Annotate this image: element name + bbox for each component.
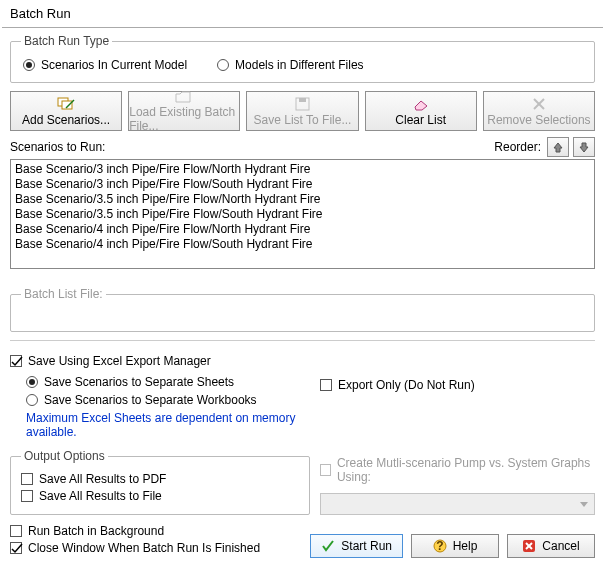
button-label: Clear List (395, 113, 446, 127)
checkbox-icon (21, 473, 33, 485)
create-graphs-check: Create Mutli-scenario Pump vs. System Gr… (320, 456, 595, 484)
graphs-select (320, 493, 595, 515)
checkbox-icon (10, 355, 22, 367)
window-title: Batch Run (0, 0, 605, 25)
reorder-up-button[interactable] (547, 137, 569, 157)
toolbar: Add Scenarios... Load Existing Batch Fil… (10, 91, 595, 131)
radio-scenarios-current-model[interactable]: Scenarios In Current Model (23, 58, 187, 72)
arrow-up-icon (552, 141, 564, 153)
button-label: Remove Selections (487, 113, 590, 127)
button-label: Add Scenarios... (22, 113, 110, 127)
svg-rect-4 (299, 98, 306, 102)
radio-dot-icon (23, 59, 35, 71)
save-icon (295, 96, 311, 112)
button-label: Help (453, 539, 478, 553)
save-file-check[interactable]: Save All Results to File (21, 489, 299, 503)
eraser-icon (412, 96, 430, 112)
add-scenarios-icon (57, 96, 75, 112)
scenarios-listbox[interactable]: Base Scenario/3 inch Pipe/Fire Flow/Nort… (10, 159, 595, 269)
load-batch-file-button: Load Existing Batch File... (128, 91, 240, 131)
check-icon (321, 539, 335, 553)
radio-models-different-files[interactable]: Models in Different Files (217, 58, 364, 72)
checkbox-icon (10, 542, 22, 554)
run-background-check[interactable]: Run Batch in Background (10, 524, 260, 538)
check-label: Save All Results to File (39, 489, 162, 503)
button-label: Start Run (341, 539, 392, 553)
add-scenarios-button[interactable]: Add Scenarios... (10, 91, 122, 131)
check-label: Save All Results to PDF (39, 472, 166, 486)
help-icon: ? (433, 539, 447, 553)
cancel-icon (522, 539, 536, 553)
save-excel-check[interactable]: Save Using Excel Export Manager (10, 354, 211, 368)
start-run-button[interactable]: Start Run (310, 534, 403, 558)
list-item[interactable]: Base Scenario/4 inch Pipe/Fire Flow/Sout… (15, 237, 590, 252)
list-item[interactable]: Base Scenario/3.5 inch Pipe/Fire Flow/So… (15, 207, 590, 222)
arrow-down-icon (578, 141, 590, 153)
scenarios-label: Scenarios to Run: (10, 140, 105, 154)
svg-text:?: ? (436, 539, 443, 553)
title-divider (2, 27, 603, 28)
radio-label: Models in Different Files (235, 58, 364, 72)
radio-label: Save Scenarios to Separate Workbooks (44, 393, 257, 407)
list-item[interactable]: Base Scenario/3 inch Pipe/Fire Flow/Sout… (15, 177, 590, 192)
batch-run-type-legend: Batch Run Type (21, 34, 112, 48)
export-only-check[interactable]: Export Only (Do Not Run) (320, 378, 475, 392)
help-button[interactable]: ? Help (411, 534, 499, 558)
button-label: Cancel (542, 539, 579, 553)
button-label: Save List To File... (254, 113, 352, 127)
check-label: Close Window When Batch Run Is Finished (28, 541, 260, 555)
excel-hint: Maximum Excel Sheets are dependent on me… (26, 411, 310, 439)
radio-label: Scenarios In Current Model (41, 58, 187, 72)
checkbox-icon (10, 525, 22, 537)
reorder-down-button[interactable] (573, 137, 595, 157)
button-label: Load Existing Batch File... (129, 105, 239, 133)
check-label: Export Only (Do Not Run) (338, 378, 475, 392)
check-label: Run Batch in Background (28, 524, 164, 538)
list-item[interactable]: Base Scenario/3.5 inch Pipe/Fire Flow/No… (15, 192, 590, 207)
folder-open-icon (175, 90, 193, 104)
reorder-label: Reorder: (494, 140, 541, 154)
batch-list-file-group: Batch List File: (10, 287, 595, 332)
output-options-group: Output Options Save All Results to PDF S… (10, 449, 310, 515)
save-pdf-check[interactable]: Save All Results to PDF (21, 472, 299, 486)
list-item[interactable]: Base Scenario/3 inch Pipe/Fire Flow/Nort… (15, 162, 590, 177)
check-label: Create Mutli-scenario Pump vs. System Gr… (337, 456, 595, 484)
radio-separate-workbooks[interactable]: Save Scenarios to Separate Workbooks (26, 393, 310, 407)
radio-dot-icon (26, 376, 38, 388)
close-window-check[interactable]: Close Window When Batch Run Is Finished (10, 541, 260, 555)
radio-separate-sheets[interactable]: Save Scenarios to Separate Sheets (26, 375, 310, 389)
list-item[interactable]: Base Scenario/4 inch Pipe/Fire Flow/Nort… (15, 222, 590, 237)
checkbox-icon (320, 379, 332, 391)
clear-list-button[interactable]: Clear List (365, 91, 477, 131)
close-icon (532, 96, 546, 112)
radio-dot-icon (217, 59, 229, 71)
radio-dot-icon (26, 394, 38, 406)
batch-list-file-legend: Batch List File: (21, 287, 106, 301)
check-label: Save Using Excel Export Manager (28, 354, 211, 368)
cancel-button[interactable]: Cancel (507, 534, 595, 558)
batch-run-type-group: Batch Run Type Scenarios In Current Mode… (10, 34, 595, 83)
remove-selections-button: Remove Selections (483, 91, 595, 131)
checkbox-icon (320, 464, 331, 476)
checkbox-icon (21, 490, 33, 502)
output-options-legend: Output Options (21, 449, 108, 463)
radio-label: Save Scenarios to Separate Sheets (44, 375, 234, 389)
save-list-button: Save List To File... (246, 91, 358, 131)
